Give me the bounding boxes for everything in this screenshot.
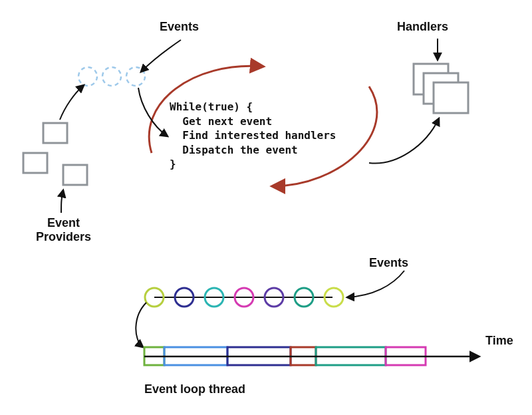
diagram-canvas — [0, 0, 532, 415]
svg-rect-0 — [43, 123, 67, 143]
label-time: Time — [485, 334, 513, 348]
label-event-loop-thread: Event loop thread — [144, 382, 245, 396]
loop-code: While(true) { Get next event Find intere… — [170, 100, 336, 172]
arrow-chain-to-timeline — [136, 303, 146, 347]
label-event-providers: Event Providers — [36, 216, 91, 243]
svg-rect-1 — [23, 153, 47, 173]
svg-rect-2 — [63, 165, 87, 185]
svg-rect-8 — [434, 82, 468, 113]
arrow-events-to-queue — [141, 40, 181, 72]
arrow-providers-to-boxes — [61, 190, 63, 213]
arrow-loop-to-handlers — [369, 118, 439, 164]
arrow-queue-to-loop — [138, 88, 168, 136]
label-events-top: Events — [160, 20, 199, 34]
handlers-stack — [414, 64, 468, 113]
arrow-events-to-chain — [347, 271, 404, 297]
event-provider-boxes — [23, 123, 87, 185]
svg-point-3 — [78, 67, 97, 86]
label-handlers: Handlers — [397, 20, 448, 34]
label-events-bottom: Events — [369, 256, 408, 270]
event-queue-dashed — [78, 67, 145, 86]
svg-point-4 — [102, 67, 121, 86]
arrow-box-to-queue — [60, 85, 84, 120]
event-chain — [145, 288, 343, 307]
